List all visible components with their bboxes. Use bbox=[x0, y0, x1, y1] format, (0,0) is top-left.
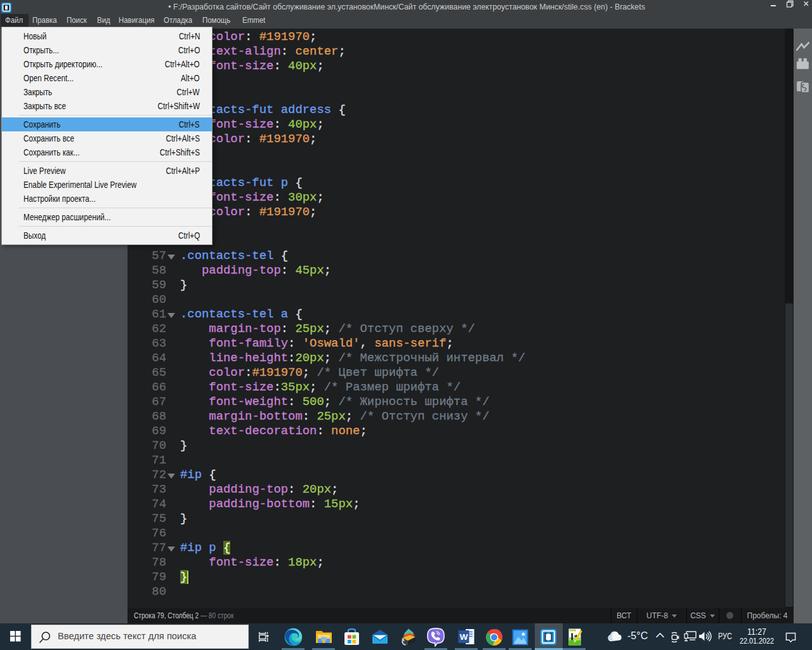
svg-text:W: W bbox=[460, 632, 468, 642]
